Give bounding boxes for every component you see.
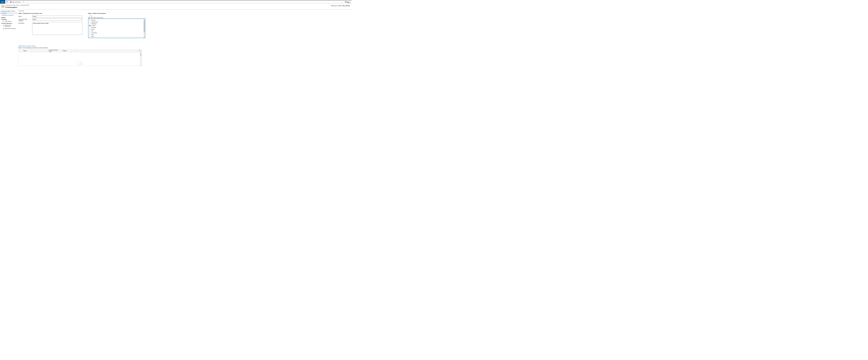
record-scrollbar[interactable] [144,19,145,38]
section-matching-label: Matching Connection Roles [19,45,36,46]
record-type-checkbox[interactable] [89,31,90,32]
radio-only-input[interactable] [89,17,90,18]
save-and-close-button[interactable]: Save and Close [9,0,22,4]
grid-column-connection-role-cate-[interactable]: Connection Role Cate... [48,50,62,52]
record-type-checkbox[interactable] [89,29,90,30]
scroll-thumb[interactable] [140,54,142,56]
entity-icon [1,5,4,8]
grid-header: NameConnection Role Cate...Status [18,50,142,52]
record-type-checkbox[interactable] [89,20,90,21]
filter-icon [140,50,141,52]
scroll-up-icon[interactable] [144,19,145,20]
svg-point-10 [2,6,3,6]
file-menu-button[interactable]: File [0,0,5,4]
sidebar-link-audit-history[interactable]: Audit History [0,21,18,23]
svg-rect-6 [23,2,24,2]
page-title: Information [7,6,18,9]
sidebar-item-general[interactable]: General [0,12,18,14]
record-type-idea[interactable]: Idea [89,34,143,36]
radio-only-label: Only these record types: [91,17,103,18]
record-type-fax[interactable]: Fax [89,30,143,32]
record-type-checkbox[interactable] [89,36,90,37]
radio-all-label: All [91,15,92,17]
info-icon [5,6,6,8]
step1-title: Step 1: Describe the connection role [18,13,85,14]
record-type-checkbox[interactable] [89,27,90,28]
help-link[interactable]: ? Help ▼ [344,0,351,4]
radio-only[interactable]: Only these record types: [88,17,147,18]
save-icon [6,1,8,2]
record-type-email[interactable]: Email [89,28,143,30]
scroll-down-icon[interactable] [140,65,141,65]
description-textarea[interactable]: These people interact socially [32,22,83,35]
ribbon-toolbar: File Save and Close ? Help ▼ [0,0,352,4]
svg-rect-19 [3,28,3,29]
radio-all-input[interactable] [89,15,90,17]
grid-body [18,52,142,66]
help-icon: ? [345,1,346,2]
nav-related-header: Related [0,16,18,19]
category-label: Connection Role Category [18,18,32,21]
record-type-checkbox[interactable] [89,32,90,34]
svg-rect-2 [7,2,7,2]
record-type-fundraiser[interactable]: Fundraiser [89,32,143,34]
form-content: General Step 1: Describe the connection … [18,9,352,146]
record-type-checkbox[interactable] [89,25,90,26]
help-label: Help [347,1,349,3]
sidebar-group-process-sessions[interactable]: Process Sessions [0,23,18,24]
step2-title: Step 2: Select record types [88,13,147,14]
save-close-label: Save and Close [12,1,21,3]
step3-title: Step 3: List matching connection roles (… [18,47,351,48]
record-types-listbox: AccountAppointmentChallengeContactDonati… [88,19,145,38]
svg-rect-20 [3,28,4,29]
svg-point-13 [5,7,6,7]
record-type-letter[interactable]: Letter [89,36,143,37]
scroll-down-icon[interactable] [144,37,145,37]
process-bg-icon [3,25,4,27]
left-nav: Connection Role : Inform... GeneralMatch… [0,9,18,146]
header-subtitle: Connection Role: New Connection Role [5,4,29,6]
collapse-icon [18,46,19,46]
description-label: Description [18,22,32,24]
category-select[interactable]: Social [32,18,83,21]
file-label: File [2,1,3,3]
grid-filter-button[interactable] [139,50,142,52]
sidebar-link-real-time-processes[interactable]: Real-time Processes [0,28,18,30]
sidebar-group-common[interactable]: Common [0,19,18,21]
name-label: Name* [18,15,32,17]
grid-scrollbar[interactable] [140,52,142,66]
publish-icon [23,1,24,2]
publish-button[interactable] [22,0,25,4]
record-type-checkbox[interactable] [89,23,90,25]
sidebar-link-background-processes[interactable]: Background Processes [0,24,18,27]
history-icon [3,21,4,22]
svg-rect-4 [10,1,11,2]
grid-column-name[interactable]: Name [19,50,48,52]
save-button[interactable] [5,0,9,4]
scroll-up-icon[interactable] [140,53,141,53]
svg-rect-9 [2,5,4,7]
record-type-appointment[interactable]: Appointment [89,21,143,23]
sidebar-item-matching-connection-[interactable]: Matching Connection... [0,14,18,16]
svg-point-11 [3,6,3,6]
record-type-donation[interactable]: Donation [89,27,143,28]
section-general-label: General [19,10,24,11]
section-matching[interactable]: Matching Connection Roles [18,45,351,46]
nav-head: Connection Role : Inform... [0,10,18,12]
record-type-checkbox[interactable] [89,34,90,35]
name-input[interactable] [32,15,83,18]
record-type-phone-call[interactable]: Phone Call [89,37,143,38]
section-general[interactable]: General [18,10,351,11]
svg-point-14 [6,7,6,8]
process-rt-icon [3,28,4,29]
record-type-checkbox[interactable] [89,22,90,23]
record-type-contact[interactable]: Contact [89,25,143,27]
help-dropdown-caret: ▼ [350,2,350,2]
record-type-account[interactable]: Account [89,19,143,21]
scroll-thumb[interactable] [144,20,145,32]
grid-column-status[interactable]: Status [62,50,76,52]
radio-all[interactable]: All [88,15,147,17]
svg-point-15 [6,7,6,8]
record-type-challenge[interactable]: Challenge [89,23,143,25]
save-close-icon [10,1,11,2]
